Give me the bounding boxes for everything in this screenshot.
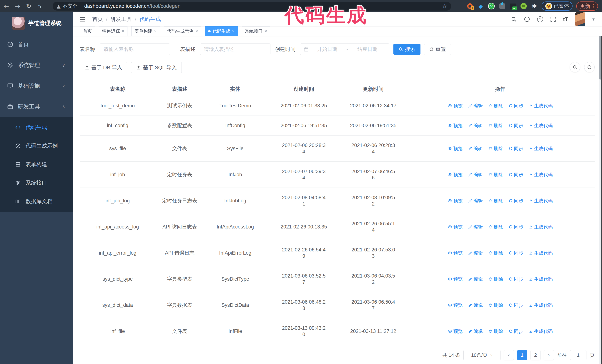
tab-item[interactable]: 首页 — [80, 26, 95, 36]
import-sql-button[interactable]: 基于 SQL 导入 — [131, 62, 182, 73]
action-preview[interactable]: 预览 — [448, 302, 463, 308]
date-range-picker[interactable]: 开始日期 - 结束日期 — [300, 43, 389, 55]
page-size-select[interactable]: 10条/页 ∨ — [463, 350, 501, 360]
action-generate-code[interactable]: 生成代码 — [529, 145, 553, 152]
page-scrollbar[interactable] — [599, 12, 602, 364]
action-preview[interactable]: 预览 — [448, 103, 463, 109]
action-generate-code[interactable]: 生成代码 — [529, 103, 553, 109]
browser-forward-button[interactable]: → — [15, 3, 20, 9]
toggle-search-button[interactable] — [570, 62, 580, 73]
action-delete[interactable]: 删除 — [488, 122, 503, 129]
sidebar-item-db-doc[interactable]: 数据库文档 — [0, 192, 73, 211]
search-button[interactable]: 搜索 — [393, 44, 420, 55]
action-delete[interactable]: 删除 — [488, 328, 503, 334]
tab-item[interactable]: 代码生成示例× — [164, 26, 201, 36]
action-sync[interactable]: 同步 — [509, 328, 523, 334]
action-generate-code[interactable]: 生成代码 — [529, 328, 553, 334]
action-edit[interactable]: 编辑 — [468, 145, 483, 152]
breadcrumb-home[interactable]: 首页 — [92, 16, 103, 23]
action-delete[interactable]: 删除 — [488, 198, 503, 204]
prev-page-button[interactable]: ‹ — [504, 350, 514, 360]
action-preview[interactable]: 预览 — [448, 328, 463, 334]
action-generate-code[interactable]: 生成代码 — [529, 198, 553, 204]
action-generate-code[interactable]: 生成代码 — [529, 250, 553, 256]
bookmark-star-icon[interactable]: ☆ — [442, 3, 447, 10]
action-edit[interactable]: 编辑 — [468, 198, 483, 204]
action-generate-code[interactable]: 生成代码 — [529, 122, 553, 129]
tab-item[interactable]: 表单构建× — [131, 26, 160, 36]
action-preview[interactable]: 预览 — [448, 171, 463, 178]
hamburger-menu-icon[interactable] — [78, 16, 86, 23]
action-delete[interactable]: 删除 — [488, 145, 503, 152]
action-sync[interactable]: 同步 — [509, 224, 523, 230]
action-sync[interactable]: 同步 — [509, 198, 523, 204]
action-sync[interactable]: 同步 — [509, 302, 523, 308]
action-edit[interactable]: 编辑 — [468, 328, 483, 334]
extension-on-icon[interactable]: on — [509, 3, 516, 10]
action-edit[interactable]: 编辑 — [468, 224, 483, 230]
action-edit[interactable]: 编辑 — [468, 171, 483, 178]
paused-badge[interactable]: 已暂停 — [542, 1, 572, 11]
tab-close-icon[interactable]: × — [195, 29, 198, 34]
action-sync[interactable]: 同步 — [509, 276, 523, 282]
header-search-icon[interactable] — [511, 16, 517, 22]
next-page-button[interactable]: › — [544, 350, 554, 360]
tab-close-icon[interactable]: × — [122, 29, 124, 34]
action-preview[interactable]: 预览 — [448, 122, 463, 129]
action-edit[interactable]: 编辑 — [468, 250, 483, 256]
action-preview[interactable]: 预览 — [448, 145, 463, 152]
action-delete[interactable]: 删除 — [488, 250, 503, 256]
action-edit[interactable]: 编辑 — [468, 302, 483, 308]
extension-monkey-icon[interactable] — [520, 3, 527, 10]
tab-item[interactable]: 代码生成× — [205, 26, 238, 36]
table-desc-input[interactable] — [200, 43, 270, 55]
import-db-button[interactable]: 基于 DB 导入 — [80, 62, 127, 73]
action-preview[interactable]: 预览 — [448, 224, 463, 230]
action-sync[interactable]: 同步 — [509, 171, 523, 178]
action-generate-code[interactable]: 生成代码 — [529, 276, 553, 282]
app-logo-row[interactable]: 芋道管理系统 — [0, 12, 73, 34]
action-generate-code[interactable]: 生成代码 — [529, 224, 553, 230]
sidebar-item-codegen-example[interactable]: 代码生成示例 — [0, 137, 73, 155]
breadcrumb-devtools[interactable]: 研发工具 — [110, 16, 132, 23]
extension-updater-icon[interactable]: 1 — [466, 3, 473, 10]
sidebar-item-system-api[interactable]: 系统接口 — [0, 174, 73, 192]
action-delete[interactable]: 删除 — [488, 302, 503, 308]
action-delete[interactable]: 删除 — [488, 103, 503, 109]
extension-v-icon[interactable]: V — [488, 3, 495, 10]
sidebar-item-form-builder[interactable]: 表单构建 — [0, 155, 73, 174]
refresh-table-button[interactable] — [584, 62, 595, 73]
avatar-caret-icon[interactable]: ▾ — [592, 17, 595, 22]
sidebar-item-home[interactable]: 首页 — [0, 34, 73, 55]
action-preview[interactable]: 预览 — [448, 276, 463, 282]
end-date-placeholder[interactable]: 结束日期 — [349, 46, 386, 52]
action-edit[interactable]: 编辑 — [468, 276, 483, 282]
table-name-input[interactable] — [100, 43, 170, 55]
sidebar-item-system[interactable]: 系统管理 ∨ — [0, 55, 73, 75]
page-button-1[interactable]: 1 — [517, 350, 527, 360]
tab-item[interactable]: 系统接口× — [242, 26, 270, 36]
kebab-menu-icon[interactable] — [593, 4, 594, 8]
action-generate-code[interactable]: 生成代码 — [529, 171, 553, 178]
start-date-placeholder[interactable]: 开始日期 — [309, 46, 346, 52]
browser-home-button[interactable]: ⌂ — [37, 3, 42, 9]
update-button[interactable]: 更新 — [576, 1, 598, 11]
sidebar-item-codegen[interactable]: 代码生成 — [0, 118, 73, 137]
sidebar-item-devtools[interactable]: 研发工具 ∧ — [0, 96, 73, 117]
action-delete[interactable]: 删除 — [488, 224, 503, 230]
action-sync[interactable]: 同步 — [509, 103, 523, 109]
action-preview[interactable]: 预览 — [448, 250, 463, 256]
extension-gem-icon[interactable]: ◆ — [477, 3, 484, 10]
tab-close-icon[interactable]: × — [154, 29, 157, 34]
action-delete[interactable]: 删除 — [488, 171, 503, 178]
action-preview[interactable]: 预览 — [448, 198, 463, 204]
help-icon[interactable]: ? — [537, 16, 543, 22]
action-delete[interactable]: 删除 — [488, 276, 503, 282]
sidebar-item-infra[interactable]: 基础设施 ∨ — [0, 75, 73, 96]
github-icon[interactable] — [524, 16, 530, 22]
action-generate-code[interactable]: 生成代码 — [529, 302, 553, 308]
browser-reload-button[interactable]: ↻ — [26, 3, 32, 9]
tab-close-icon[interactable]: × — [265, 29, 267, 34]
reset-button[interactable]: 重置 — [424, 44, 451, 55]
tab-close-icon[interactable]: × — [232, 29, 235, 34]
